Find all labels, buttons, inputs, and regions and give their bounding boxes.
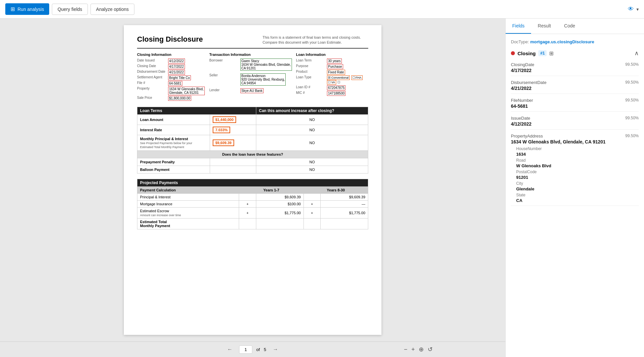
document-subtitle: This form is a statement of final loan t…	[263, 35, 368, 45]
transaction-info-title: Transaction Information	[209, 53, 296, 57]
principal-interest-row: Principal & Interest $9,609.39 $9,609.39	[137, 193, 368, 200]
issue-date-value: 4/12/2022	[511, 121, 639, 127]
field-file-row: FileNumber 99.50%	[511, 98, 639, 103]
loan-info-title: Loan Information	[296, 53, 368, 57]
field-property-address: PropertyAddress 99.50% 1634 W Glenoaks B…	[511, 134, 639, 206]
eye-icon[interactable]: 👁	[628, 6, 634, 13]
pagination-footer: ← of 5 → − + ⊕ ↺	[0, 341, 505, 357]
info-row-mic: MIC # 147188500	[296, 91, 368, 96]
tab-result[interactable]: Result	[531, 19, 557, 34]
toolbar-view-icons: 👁 ▾	[628, 6, 639, 13]
info-row-loan-id: Loan ID # 672047875	[296, 85, 368, 90]
mortgage-insurance-row: Mortgage Insurance + $100.00 + —	[137, 200, 368, 207]
field-file-number: FileNumber 99.50% 64-5681	[511, 98, 639, 112]
zoom-out-button[interactable]: −	[404, 346, 408, 353]
balloon-row: Balloon Payment NO	[137, 166, 368, 173]
features-subheader-row: Does the loan have these features?	[137, 150, 368, 158]
info-row-file: File # 64-5681	[137, 81, 209, 86]
panel-tabs: Fields Result Code	[506, 19, 644, 34]
transaction-info-section: Transaction Information Borrower Gwen St…	[209, 53, 296, 101]
toolbar: ⊞ Run analysis Query fields Analyze opti…	[0, 0, 644, 19]
main-layout: Closing Disclosure This form is a statem…	[0, 19, 644, 357]
loan-terms-header: Loan Terms Can this amount increase afte…	[137, 107, 368, 114]
info-row-settlement: Settlement Agent Bright Title Co	[137, 75, 209, 80]
section-header-left: Closing #1 ⊞	[511, 50, 554, 57]
info-row-property: Property 1634 W Glenoaks Blvd,Glendale, …	[137, 87, 209, 95]
divider	[511, 76, 639, 76]
right-panel: Fields Result Code DocType: mortgage.us.…	[505, 19, 644, 357]
analyze-options-button[interactable]: Analyze options	[90, 4, 134, 15]
field-closing-date-row: ClosingDate 99.50%	[511, 62, 639, 67]
property-address-value: 1634 W Glenoaks Blvd, Glendale, CA 91201	[511, 139, 639, 144]
loan-terms-table: Loan Terms Can this amount increase afte…	[137, 107, 368, 174]
closing-info-title: Closing Information	[137, 53, 209, 57]
projected-header: Projected Payments	[137, 179, 368, 186]
panel-content[interactable]: DocType: mortgage.us.closingDisclosure C…	[506, 34, 644, 357]
divider	[511, 129, 639, 130]
field-issue-row: IssueDate 99.50%	[511, 116, 639, 121]
info-row-borrower: Borrower Gwen Stacy1634 W Glenoaks Blvd,…	[209, 59, 296, 71]
query-fields-button[interactable]: Query fields	[52, 4, 88, 15]
field-issue-date: IssueDate 99.50% 4/12/2022	[511, 116, 639, 130]
doctype-row: DocType: mortgage.us.closingDisclosure	[511, 39, 639, 44]
tab-code[interactable]: Code	[557, 19, 582, 34]
loan-amount-row: Loan Amount $1,440,000 NO	[137, 114, 368, 125]
loan-info-section: Loan Information Loan Term 30 years Purp…	[296, 53, 368, 101]
property-sub-fields: HouseNumber 1634 Road W Glenoaks Blvd Po…	[516, 146, 639, 203]
info-row-lender: Lender Skye AU Bank	[209, 88, 296, 93]
zoom-controls: − + ⊕ ↺	[404, 346, 433, 353]
info-row-closing-date: Closing Date 4/17/2022	[137, 64, 209, 69]
document-viewer: Closing Disclosure This form is a statem…	[0, 19, 505, 357]
info-row-seller: Seller Bonita Anderson920 University Blv…	[209, 73, 296, 86]
field-disbursement-date: DisbursementDate 99.50% 4/21/2022	[511, 80, 639, 94]
info-row-date-issued: Date Issued 4/12/2022	[137, 59, 209, 63]
interest-rate-row: Interest Rate 7.033% NO	[137, 125, 368, 135]
closing-badge: #1	[538, 50, 547, 56]
info-row-loan-type: Loan Type ☒ Conventional ☐ FHA	[296, 75, 368, 85]
closing-info-section: Closing Information Date Issued 4/12/202…	[137, 53, 209, 101]
collapse-icon[interactable]: ∧	[634, 50, 639, 57]
rotate-button[interactable]: ↺	[428, 346, 433, 353]
info-row-loan-term: Loan Term 30 years	[296, 59, 368, 63]
monthly-pi-row: Monthly Principal & Interest See Project…	[137, 135, 368, 150]
page-number-input[interactable]	[239, 345, 252, 354]
chevron-down-icon[interactable]: ▾	[636, 7, 639, 12]
field-closing-date: ClosingDate 99.50% 4/17/2022	[511, 62, 639, 76]
closing-section-title: Closing	[518, 51, 536, 56]
closing-date-value: 4/17/2022	[511, 68, 639, 73]
info-row-purpose: Purpose Purchase	[296, 64, 368, 69]
chart-icon: ⊞	[11, 6, 15, 12]
run-analysis-button[interactable]: ⊞ Run analysis	[5, 3, 49, 15]
info-row-sale-price: Sale Price $1,800,000.00	[137, 96, 209, 101]
prepayment-row: Prepayment Penalty NO	[137, 158, 368, 166]
document-container[interactable]: Closing Disclosure This form is a statem…	[0, 19, 505, 341]
divider	[511, 111, 639, 112]
estimated-total-row: Estimated TotalMonthly Payment	[137, 218, 368, 229]
fit-page-button[interactable]: ⊕	[419, 346, 424, 353]
prev-page-button[interactable]: ←	[225, 345, 235, 354]
estimated-escrow-row: Estimated EscrowAmount can increase over…	[137, 207, 368, 218]
page-total: 5	[264, 347, 266, 352]
projected-payments-table: Projected Payments Payment Calculation Y…	[137, 179, 368, 229]
page-of-label: of	[256, 347, 260, 352]
file-number-value: 64-5681	[511, 103, 639, 109]
document-page: Closing Disclosure This form is a statem…	[124, 25, 381, 335]
tab-fields[interactable]: Fields	[506, 19, 531, 34]
divider	[511, 94, 639, 94]
projected-col-headers: Payment Calculation Years 1-7 Years 8-30	[137, 186, 368, 193]
info-row-disbursement: Disbursement Date 4/21/2022	[137, 70, 209, 75]
document-header: Closing Disclosure This form is a statem…	[137, 35, 368, 49]
info-row-product: Product Fixed Rate	[296, 70, 368, 75]
divider	[511, 206, 639, 206]
info-sections: Closing Information Date Issued 4/12/202…	[137, 53, 368, 101]
disbursement-date-value: 4/21/2022	[511, 86, 639, 91]
closing-section-header: Closing #1 ⊞ ∧	[511, 50, 639, 57]
grid-icon[interactable]: ⊞	[549, 50, 554, 57]
document-title: Closing Disclosure	[137, 35, 203, 44]
next-page-button[interactable]: →	[270, 345, 281, 354]
field-disbursement-row: DisbursementDate 99.50%	[511, 80, 639, 85]
field-property-row: PropertyAddress 99.50%	[511, 134, 639, 139]
zoom-in-button[interactable]: +	[411, 346, 415, 353]
closing-status-dot	[511, 51, 515, 55]
